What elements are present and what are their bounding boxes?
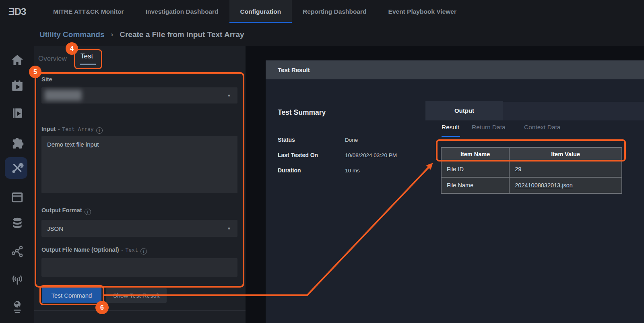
chevron-down-icon: ▼ (227, 93, 231, 98)
test-result-header: Test Result (266, 60, 644, 79)
output-file-name-type-separator: - (121, 247, 124, 253)
broadcast-icon[interactable] (0, 271, 34, 289)
nav-reporting-dashboard[interactable]: Reporting Dashboard (292, 0, 377, 23)
table-row-file-name: File Name 20241008032013.json (441, 177, 622, 193)
input-textarea[interactable]: Demo text file input (41, 136, 237, 193)
summary-status-value: Done (345, 137, 358, 143)
summary-status-label: Status (278, 137, 342, 143)
app-screen: ƎD3 MITRE ATT&CK Monitor Investigation D… (0, 0, 644, 323)
file-name-value-cell: 20241008032013.json (509, 177, 622, 193)
test-result-panel: Test Result Test Summary Status Done Las… (266, 60, 644, 323)
subtab-return-data[interactable]: Return Data (472, 124, 506, 131)
playbook-library-icon[interactable] (0, 104, 34, 122)
breadcrumb: Utility Commands › Create a File from in… (34, 23, 644, 46)
input-label: Input - Text Arrayi (41, 126, 103, 134)
home-icon[interactable] (0, 51, 34, 69)
test-result-title: Test Result (278, 66, 310, 73)
step-badge-6: 6 (95, 301, 109, 314)
nav-event-playbook-viewer[interactable]: Event Playbook Viewer (378, 0, 467, 23)
tab-test-underline (80, 64, 96, 65)
left-sidebar (0, 23, 34, 323)
file-download-link[interactable]: 20241008032013.json (515, 182, 573, 188)
test-result-body: Test Summary Status Done Last Tested On … (266, 79, 644, 323)
tab-output[interactable]: Output (425, 101, 503, 120)
redacted-site-value (45, 90, 82, 101)
result-table-header-row: Item Name Item Value (441, 147, 622, 161)
site-select[interactable]: ▼ (41, 87, 237, 104)
column-header-item-name: Item Name (441, 147, 509, 161)
subtab-result[interactable]: Result (442, 124, 459, 131)
subtab-result-underline (442, 136, 460, 137)
input-type-separator: - (57, 126, 60, 132)
nav-configuration[interactable]: Configuration (229, 0, 292, 23)
summary-duration-value: 10 ms (345, 168, 360, 174)
show-test-result-button[interactable]: Show Test Result (106, 288, 167, 303)
step-badge-5: 5 (29, 66, 41, 78)
result-table: Item Name Item Value File ID 29 File Nam… (441, 147, 622, 194)
scheduled-events-icon[interactable] (0, 77, 34, 95)
utility-commands-icon[interactable] (0, 159, 34, 177)
step-badge-4: 4 (66, 42, 78, 55)
summary-last-tested-label: Last Tested On (278, 152, 342, 158)
summary-duration-label: Duration (278, 167, 342, 174)
nav-investigation-dashboard[interactable]: Investigation Dashboard (135, 0, 229, 23)
output-file-name-label-text: Output File Name (Optional) (41, 246, 119, 253)
output-format-value: JSON (47, 225, 63, 232)
output-file-name-type-annotation: Text (125, 247, 138, 253)
output-format-label-text: Output Format (41, 207, 82, 213)
info-icon[interactable]: i (140, 248, 147, 255)
subtab-context-data[interactable]: Context Data (524, 124, 560, 131)
output-file-name-label: Output File Name (Optional) - Texti (41, 246, 147, 255)
info-icon[interactable]: i (96, 127, 103, 134)
test-summary-title: Test Summary (278, 108, 326, 117)
breadcrumb-parent-link[interactable]: Utility Commands (39, 30, 105, 39)
file-id-name-cell: File ID (441, 161, 509, 177)
table-row-file-id: File ID 29 (441, 161, 622, 177)
column-header-item-value: Item Value (509, 147, 622, 161)
sites-icon[interactable] (0, 298, 34, 316)
nav-items: MITRE ATT&CK Monitor Investigation Dashb… (42, 0, 467, 23)
connections-icon[interactable] (0, 243, 34, 261)
footer-divider (34, 310, 246, 311)
file-id-value-cell: 29 (509, 161, 622, 177)
tab-overview[interactable]: Overview (38, 52, 73, 66)
breadcrumb-separator-icon: › (111, 31, 114, 39)
input-type-annotation: Text Array (62, 126, 93, 132)
info-icon[interactable]: i (85, 209, 91, 215)
input-label-text: Input (41, 126, 56, 132)
test-command-button[interactable]: Test Command (42, 287, 101, 303)
d3-logo[interactable]: ƎD3 (0, 0, 34, 23)
calendar-icon[interactable] (0, 188, 34, 206)
chevron-down-icon: ▼ (227, 226, 231, 231)
summary-last-tested-value: 10/08/2024 03:20 PM (345, 152, 397, 158)
output-format-label: Output Formati (41, 207, 91, 215)
integrations-icon[interactable] (0, 135, 34, 153)
page-title: Create a File from input Text Array (120, 30, 244, 39)
file-name-name-cell: File Name (441, 177, 509, 193)
data-management-icon[interactable] (0, 215, 34, 232)
top-nav: ƎD3 MITRE ATT&CK Monitor Investigation D… (0, 0, 644, 23)
output-file-name-input[interactable] (41, 258, 237, 277)
site-label: Site (41, 76, 52, 83)
output-format-select[interactable]: JSON ▼ (41, 220, 237, 237)
tab-test[interactable]: Test (80, 52, 93, 60)
nav-mitre-attack-monitor[interactable]: MITRE ATT&CK Monitor (42, 0, 135, 23)
